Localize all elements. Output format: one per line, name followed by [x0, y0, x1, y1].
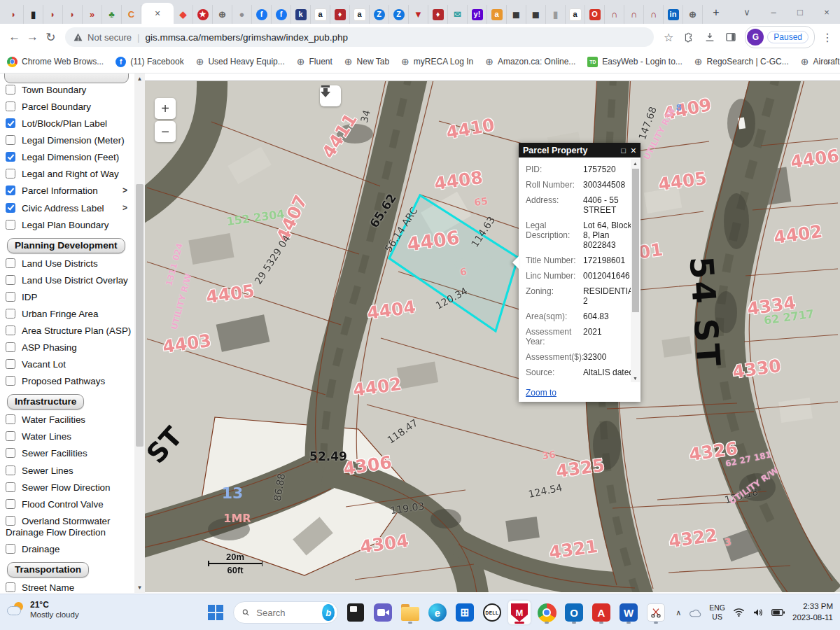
- browser-menu-icon[interactable]: ⋮: [822, 31, 833, 44]
- layer-checkbox[interactable]: [6, 169, 15, 178]
- volume-icon[interactable]: [752, 608, 764, 617]
- layer-item[interactable]: Overland Stormwater Drainage Flow Direct…: [6, 516, 133, 538]
- profile-chip[interactable]: G Paused: [745, 26, 815, 48]
- layer-checkbox[interactable]: [6, 376, 15, 386]
- layer-group-header[interactable]: Transportation: [7, 562, 89, 578]
- downloads-icon[interactable]: [704, 31, 715, 43]
- popup-scroll-down-icon[interactable]: ▼: [631, 374, 640, 382]
- popup-maximize-icon[interactable]: □: [621, 146, 626, 155]
- zoom-in-button[interactable]: +: [155, 98, 176, 119]
- tab-red-v[interactable]: ▼: [409, 5, 428, 24]
- layer-item[interactable]: Legal and Right of Way: [6, 169, 133, 180]
- layer-item[interactable]: Legal Dimension (Feet): [6, 152, 133, 163]
- popup-scroll-up-icon[interactable]: ▲: [631, 159, 640, 167]
- tab-amazon-seller[interactable]: a: [487, 5, 507, 24]
- tab-cube-dark[interactable]: ◼: [507, 5, 526, 24]
- bookmark-item[interactable]: ⊕Used Heavy Equip...: [196, 57, 285, 66]
- tray-chevron-icon[interactable]: ∧: [676, 608, 681, 617]
- tab-google-maps[interactable]: ◆: [174, 5, 193, 24]
- scrollbar-thumb[interactable]: [136, 184, 144, 447]
- chevron-right-icon[interactable]: >: [122, 186, 127, 195]
- taskbar-app-notebook-app[interactable]: [344, 601, 367, 624]
- layer-checkbox[interactable]: [6, 275, 15, 285]
- layer-item[interactable]: Land Use District Overlay: [6, 275, 133, 286]
- popup-scrollbar-thumb[interactable]: [632, 169, 639, 312]
- zoom-to-link[interactable]: Zoom to: [526, 388, 556, 398]
- tab-red-o[interactable]: O: [585, 5, 605, 24]
- taskbar-search[interactable]: b: [233, 601, 338, 624]
- scroll-up-icon[interactable]: ▲: [134, 74, 145, 84]
- bookmark-item[interactable]: Chrome Web Brows...: [7, 57, 104, 67]
- tab-zillow[interactable]: Z: [389, 5, 409, 24]
- layer-checkbox[interactable]: [6, 414, 15, 424]
- tab-mail-teal[interactable]: ✉: [448, 5, 468, 24]
- weather-widget[interactable]: 21°C Mostly cloudy: [7, 600, 79, 620]
- bookmark-item[interactable]: ⊕Amazon.ca: Online...: [485, 57, 575, 66]
- layer-checkbox[interactable]: [6, 258, 15, 268]
- tab-air-canada[interactable]: ★: [193, 5, 213, 24]
- tab-globe[interactable]: ⊕: [213, 5, 232, 24]
- tab-red-app[interactable]: ♦: [330, 5, 350, 24]
- forward-icon[interactable]: →: [24, 30, 42, 44]
- tab-cube-dark[interactable]: ◼: [526, 5, 546, 24]
- tab-dark-card[interactable]: ▮: [24, 5, 43, 24]
- tab-arch-red[interactable]: ∩: [644, 5, 664, 24]
- bookmark-item[interactable]: ⊕Aircraft Data C-GCK...: [801, 57, 840, 66]
- tab-arc-orange[interactable]: C: [122, 5, 141, 24]
- tab-yahoo[interactable]: y!: [468, 5, 487, 24]
- layer-checkbox[interactable]: [6, 544, 15, 554]
- layer-checkbox[interactable]: [6, 118, 15, 128]
- bing-chat-icon[interactable]: b: [322, 604, 335, 621]
- scroll-down-icon[interactable]: ▼: [134, 582, 145, 593]
- popup-close-icon[interactable]: ×: [631, 145, 636, 156]
- layer-item[interactable]: Town Boundary: [6, 85, 133, 96]
- taskbar-app-file-explorer[interactable]: [399, 601, 421, 624]
- side-panel-icon[interactable]: [725, 31, 736, 43]
- layer-item[interactable]: Sewer Lines: [6, 465, 133, 477]
- tab-facebook[interactable]: f: [272, 5, 291, 24]
- wifi-icon[interactable]: [733, 608, 745, 617]
- tab-close-icon[interactable]: ×: [155, 8, 160, 19]
- layer-item[interactable]: Water Lines: [6, 431, 133, 442]
- layer-item[interactable]: Parcel Boundary: [6, 102, 133, 113]
- layer-checkbox[interactable]: [6, 448, 15, 458]
- layer-checkbox[interactable]: [6, 342, 15, 352]
- bookmarks-overflow-icon[interactable]: »: [825, 57, 830, 67]
- taskbar-app-outlook[interactable]: O: [563, 601, 585, 624]
- layer-item[interactable]: Urban Fringe Area: [6, 309, 133, 320]
- tab-gray-card[interactable]: ▮: [546, 5, 566, 24]
- new-tab-button[interactable]: +: [707, 4, 725, 22]
- taskbar-app-word[interactable]: W: [617, 601, 640, 624]
- layer-checkbox[interactable]: [6, 359, 15, 369]
- bookmark-item[interactable]: f(11) Facebook: [115, 57, 183, 67]
- layer-checkbox[interactable]: [6, 431, 15, 441]
- taskbar-app-chrome[interactable]: [536, 601, 558, 624]
- tab-globe[interactable]: ⊕: [683, 5, 703, 24]
- layer-item[interactable]: Drainage: [6, 544, 133, 555]
- sidebar-scrollbar[interactable]: ▲ ▼: [134, 74, 145, 593]
- layer-item[interactable]: Proposed Pathways: [6, 376, 133, 387]
- address-bar[interactable]: Not secure | gis.mmsa.ca/members/grimsha…: [65, 27, 654, 47]
- bookmark-item[interactable]: ⊕RegoSearch | C-GC...: [694, 57, 789, 66]
- tab-amazon[interactable]: a: [311, 5, 330, 24]
- layer-checkbox[interactable]: [6, 292, 15, 302]
- tab-amazon[interactable]: a: [350, 5, 370, 24]
- layer-checkbox[interactable]: [6, 220, 15, 230]
- layer-item[interactable]: Flood Control Valve: [6, 499, 133, 510]
- language-indicator[interactable]: ENGUS: [709, 603, 725, 622]
- minimize-button[interactable]: –: [760, 7, 787, 18]
- onedrive-cloud-icon[interactable]: [689, 608, 701, 617]
- layer-item[interactable]: Lot/Block/Plan Label: [6, 118, 133, 130]
- tab-red-app[interactable]: ♦: [428, 5, 448, 24]
- tab-lure-red[interactable]: ◗: [43, 5, 63, 24]
- tab-kijiji[interactable]: k: [291, 5, 311, 24]
- layer-group-header[interactable]: Infrastructure: [7, 394, 84, 410]
- layer-checkbox[interactable]: [6, 326, 15, 335]
- layer-checkbox[interactable]: [6, 102, 15, 111]
- search-input[interactable]: [255, 607, 316, 619]
- bookmark-item[interactable]: ⊕New Tab: [344, 57, 389, 66]
- start-button[interactable]: [204, 601, 227, 624]
- export-map-button[interactable]: [320, 85, 341, 106]
- taskbar-app-microsoft-store[interactable]: ⊞: [454, 601, 476, 624]
- taskbar-app-snipping-tool[interactable]: [645, 601, 667, 624]
